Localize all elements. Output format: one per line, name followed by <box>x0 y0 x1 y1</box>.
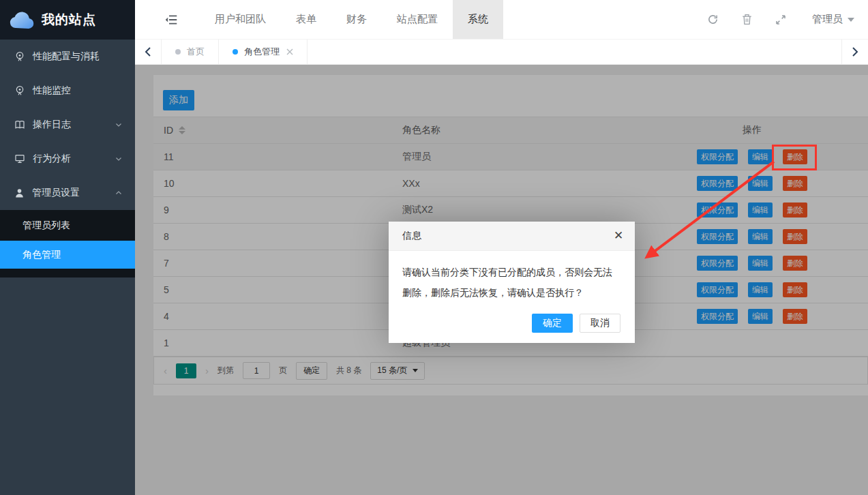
top-nav-tabs: 用户和团队表单财务站点配置系统 <box>200 0 503 39</box>
sidebar-item-3[interactable]: 操作日志 <box>0 108 135 142</box>
dialog-footer: 确定 取消 <box>532 314 620 333</box>
broadcast-icon <box>14 85 25 96</box>
open-page-tabs: 首页角色管理 <box>162 40 308 64</box>
tab-status-dot <box>233 49 238 55</box>
sidebar-item-1[interactable]: 性能配置与消耗 <box>0 40 135 74</box>
sidebar-item-label: 操作日志 <box>33 119 71 131</box>
app-title: 我的站点 <box>42 11 96 29</box>
user-icon <box>14 188 25 198</box>
sidebar-subitem-1[interactable]: 管理员列表 <box>0 210 135 241</box>
page-tab-label: 角色管理 <box>244 46 280 58</box>
tab-status-dot <box>175 49 181 55</box>
monitor-icon <box>14 153 25 164</box>
refresh-icon[interactable] <box>707 14 719 25</box>
sidebar-subitem-label: 管理员列表 <box>23 220 70 232</box>
topnav-actions: 管理员 <box>707 13 854 26</box>
page-tab-bar: 首页角色管理 <box>135 40 868 65</box>
sidebar-item-label: 性能监控 <box>33 85 71 97</box>
trash-icon[interactable] <box>742 14 752 25</box>
confirm-dialog: 信息 ✕ 请确认当前分类下没有已分配的成员，否则会无法删除，删除后无法恢复，请确… <box>389 222 635 343</box>
sidebar-item-label: 管理员设置 <box>32 187 80 199</box>
fullscreen-icon[interactable] <box>775 14 786 25</box>
user-menu[interactable]: 管理员 <box>812 13 854 26</box>
chevron-down-icon <box>115 155 123 163</box>
tabs-scroll-right-button[interactable] <box>841 40 868 64</box>
dialog-cancel-button[interactable]: 取消 <box>580 314 620 333</box>
broadcast-icon <box>14 51 25 62</box>
sidebar-item-4[interactable]: 行为分析 <box>0 142 135 176</box>
sidebar: 我的站点 性能配置与消耗性能监控操作日志行为分析管理员设置 管理员列表角色管理 <box>0 0 135 495</box>
logo-bar: 我的站点 <box>0 0 135 40</box>
sidebar-submenu: 管理员列表角色管理 <box>0 210 135 278</box>
sidebar-menu: 性能配置与消耗性能监控操作日志行为分析管理员设置 <box>0 40 135 210</box>
tabs-scroll-left-button[interactable] <box>135 40 162 64</box>
user-name: 管理员 <box>812 13 843 26</box>
book-icon <box>14 119 25 130</box>
page-tab-label: 首页 <box>187 46 205 58</box>
top-nav-tab-4[interactable]: 站点配置 <box>382 0 453 39</box>
sidebar-item-5[interactable]: 管理员设置 <box>0 176 135 210</box>
dialog-message: 请确认当前分类下没有已分配的成员，否则会无法删除，删除后无法恢复，请确认是否执行… <box>389 251 635 303</box>
top-nav-tab-2[interactable]: 表单 <box>281 0 331 39</box>
top-nav-tab-1[interactable]: 用户和团队 <box>200 0 281 39</box>
dialog-header: 信息 ✕ <box>389 222 635 251</box>
page-tab-1[interactable]: 首页 <box>162 40 219 64</box>
top-nav-tab-5[interactable]: 系统 <box>453 0 503 39</box>
dialog-close-icon[interactable]: ✕ <box>612 229 625 243</box>
sidebar-item-label: 行为分析 <box>33 153 71 165</box>
sidebar-item-label: 性能配置与消耗 <box>33 50 100 63</box>
page-tab-2[interactable]: 角色管理 <box>219 40 308 64</box>
tab-close-icon[interactable] <box>286 48 293 55</box>
cloud-logo-icon <box>9 10 35 29</box>
top-nav-tab-3[interactable]: 财务 <box>331 0 382 39</box>
sidebar-subitem-2[interactable]: 角色管理 <box>0 241 135 269</box>
sidebar-subitem-label: 角色管理 <box>23 249 61 261</box>
top-navbar: 用户和团队表单财务站点配置系统 管理员 <box>135 0 868 40</box>
chevron-up-icon <box>115 189 123 197</box>
chevron-down-icon <box>115 121 123 129</box>
dialog-title: 信息 <box>402 230 421 242</box>
sidebar-item-2[interactable]: 性能监控 <box>0 74 135 108</box>
tabbar-spacer <box>308 40 841 64</box>
chevron-down-icon <box>848 18 854 22</box>
menu-fold-icon[interactable] <box>165 14 177 25</box>
dialog-confirm-button[interactable]: 确定 <box>532 314 573 333</box>
